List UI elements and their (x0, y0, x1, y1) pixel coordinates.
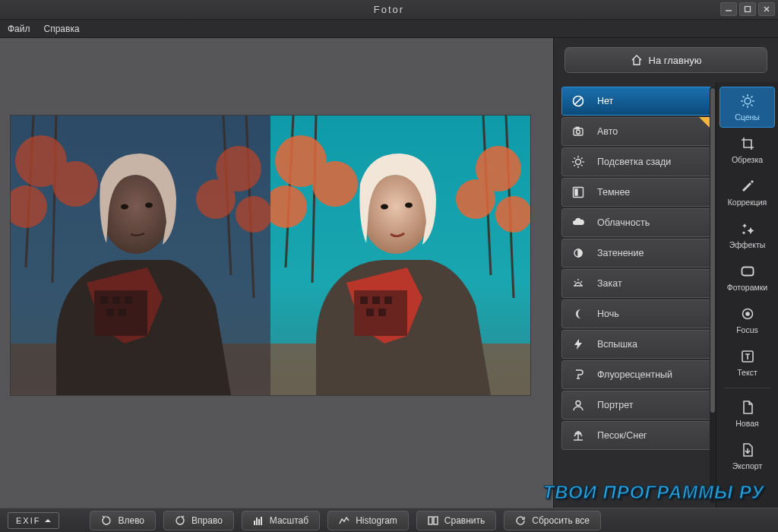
tool-frames[interactable]: Фоторамки (719, 257, 775, 298)
tool-focus[interactable]: Focus (719, 299, 775, 340)
svg-rect-42 (378, 309, 386, 316)
svg-point-45 (405, 203, 413, 208)
svg-point-10 (52, 161, 98, 207)
tool-label: Коррекция (728, 198, 767, 207)
night-icon (570, 306, 587, 322)
rotate-left-button[interactable]: Влево (90, 511, 156, 530)
tool-new[interactable]: Новая (719, 393, 775, 434)
menu-help[interactable]: Справка (44, 24, 80, 34)
svg-point-24 (145, 203, 153, 208)
tool-crop[interactable]: Обрезка (719, 129, 775, 170)
cloudy-icon (570, 214, 587, 231)
scenes-icon (740, 93, 755, 109)
svg-rect-21 (119, 309, 126, 316)
histogram-button[interactable]: Histogram (327, 511, 409, 530)
svg-rect-39 (372, 296, 380, 304)
svg-line-65 (581, 281, 583, 283)
svg-rect-61 (575, 189, 577, 195)
scene-item-cloudy[interactable]: Облачность (561, 208, 713, 237)
svg-point-23 (121, 204, 128, 210)
svg-point-51 (576, 160, 581, 165)
tool-effects[interactable]: Эффекты (719, 214, 775, 255)
scene-item-flash[interactable]: Вспышка (561, 330, 713, 359)
export-icon (740, 442, 755, 458)
fluorescent-icon (570, 366, 587, 383)
scene-item-sunset[interactable]: Закат (561, 269, 713, 298)
bottom-toolbar: EXIF Влево Вправо Масштаб Histogram Срав… (0, 508, 778, 532)
svg-rect-86 (434, 517, 438, 524)
svg-rect-18 (112, 296, 120, 304)
sunset-icon (570, 275, 587, 292)
reset-button[interactable]: Сбросить все (504, 511, 601, 530)
svg-line-64 (574, 281, 576, 283)
tool-adjust[interactable]: Коррекция (719, 172, 775, 213)
svg-rect-17 (100, 296, 108, 304)
home-button[interactable]: На главную (565, 47, 767, 73)
scene-item-shade[interactable]: Затенение (561, 239, 713, 268)
rotate-left-icon (101, 515, 112, 526)
svg-line-47 (574, 97, 582, 105)
tool-export[interactable]: Экспорт (719, 435, 775, 477)
flash-icon (570, 336, 587, 353)
tool-label: Новая (735, 419, 758, 428)
scene-item-fluorescent[interactable]: Флуоресцентный (561, 360, 713, 389)
tool-label: Сцены (735, 112, 760, 122)
svg-rect-85 (429, 517, 432, 524)
image-compare (11, 116, 530, 395)
svg-rect-38 (360, 296, 368, 304)
scene-label: Портрет (597, 400, 634, 410)
scene-label: Авто (597, 126, 618, 137)
tool-label: Экспорт (732, 461, 762, 470)
svg-point-13 (196, 179, 236, 219)
menu-file[interactable]: Файл (8, 24, 30, 34)
scene-item-sand_snow[interactable]: Песок/Снег (561, 421, 713, 450)
auto-icon (570, 123, 587, 140)
svg-line-74 (751, 105, 752, 106)
svg-rect-40 (384, 296, 392, 304)
canvas-area[interactable] (0, 38, 553, 508)
focus-icon (740, 306, 755, 322)
tool-label: Эффекты (729, 240, 766, 249)
maximize-button[interactable] (739, 2, 756, 16)
crop-icon (740, 135, 755, 152)
backlit-icon (570, 154, 587, 170)
scene-list: НетАвтоПодсветка сзадиТемнееОблачностьЗа… (554, 82, 716, 508)
svg-rect-1 (745, 7, 751, 12)
svg-rect-83 (258, 519, 260, 525)
exif-button[interactable]: EXIF (8, 512, 59, 529)
zoom-button[interactable]: Масштаб (242, 511, 320, 530)
tool-scenes[interactable]: Сцены (719, 87, 775, 128)
scene-item-auto[interactable]: Авто (561, 117, 713, 146)
close-button[interactable] (758, 2, 775, 16)
image-after (270, 116, 530, 395)
sand_snow-icon (570, 427, 587, 444)
menubar: Файл Справка (0, 20, 778, 38)
frames-icon (740, 263, 755, 280)
svg-point-35 (495, 196, 530, 233)
svg-point-44 (381, 204, 388, 210)
scene-item-night[interactable]: Ночь (561, 299, 713, 328)
home-icon (631, 54, 643, 66)
scene-item-darker[interactable]: Темнее (561, 178, 713, 207)
compare-button[interactable]: Сравнить (416, 511, 496, 530)
rotate-right-button[interactable]: Вправо (163, 511, 234, 530)
scene-item-backlit[interactable]: Подсветка сзади (561, 147, 713, 176)
refresh-icon (515, 515, 526, 526)
scene-scrollbar[interactable] (710, 87, 716, 503)
app-title: Fotor (374, 4, 404, 15)
none-icon (570, 93, 587, 109)
scene-label: Ночь (597, 309, 619, 319)
scene-label: Песок/Снег (597, 430, 647, 441)
svg-line-58 (574, 165, 576, 166)
new-icon (740, 399, 755, 416)
window-controls (720, 2, 775, 16)
titlebar: Fotor (0, 0, 778, 20)
scene-label: Подсветка сзади (597, 157, 671, 167)
scene-item-portrait[interactable]: Портрет (561, 391, 713, 420)
minimize-button[interactable] (720, 2, 737, 16)
rotate-right-icon (175, 515, 185, 526)
tool-text[interactable]: Текст (719, 342, 775, 383)
svg-line-75 (742, 105, 744, 106)
svg-rect-82 (256, 518, 258, 525)
scene-item-none[interactable]: Нет (561, 87, 713, 116)
